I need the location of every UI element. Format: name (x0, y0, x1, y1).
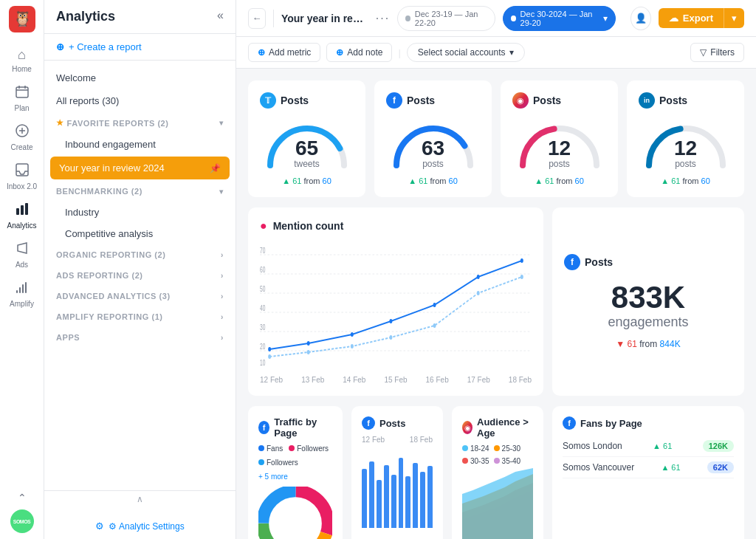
section-organic-reporting[interactable]: ORGANIC REPORTING (2) › (44, 244, 236, 265)
card-from-text: ▲ 61 from 60 (408, 176, 458, 185)
sidebar-title: Analytics (56, 9, 115, 24)
sidebar-item-amplify[interactable]: Amplify (0, 275, 44, 314)
card-header: in Posts (639, 92, 687, 109)
gauge-chart: 12 posts (515, 117, 604, 169)
date-range-1-button[interactable]: Dec 23-19 — Jan 22-20 (397, 6, 495, 31)
legend: Fans Followers Followers + 5 more (258, 444, 332, 481)
svg-text:20: 20 (260, 343, 266, 351)
mention-icon: ● (260, 219, 267, 233)
section-amplify-reporting[interactable]: AMPLIFY REPORTING (1) › (44, 306, 236, 327)
content-area: 𝕋 Posts 65 tweets ▲ 61 from 60 (236, 69, 756, 539)
card-from-text: ▲ 61 from 60 (535, 176, 584, 185)
svg-point-34 (433, 303, 436, 307)
facebook-posts-card: f Posts 63 posts ▲ 61 from 60 (374, 80, 492, 197)
chevron-down-icon: ▾ (219, 119, 224, 127)
filters-button[interactable]: ▽ Filters (690, 43, 744, 62)
section-ads-reporting[interactable]: ADS REPORTING (2) › (44, 265, 236, 286)
sidebar-item-inbox[interactable]: Inbox 2.0 (0, 157, 44, 196)
left-navigation: 🦉 ⌂ Home Plan Create Inbox 2.0 Analytics… (0, 0, 44, 539)
add-note-button[interactable]: ⊕ Add note (326, 43, 392, 62)
sidebar-item-welcome[interactable]: Welcome (44, 66, 236, 89)
nav-bottom: ⌃ SOMOS (10, 492, 34, 533)
svg-rect-14 (19, 287, 21, 293)
area-chart (462, 468, 533, 539)
sidebar-item-plan[interactable]: Plan (0, 79, 44, 118)
facebook-platform-icon: f (386, 92, 402, 109)
date-range-2-button[interactable]: Dec 30-2024 — Jan 29-20 ▾ (503, 6, 616, 31)
section-apps[interactable]: APPS › (44, 327, 236, 348)
section-advanced-analytics[interactable]: ADVANCED ANALYTICS (3) › (44, 286, 236, 306)
engagements-unit: engagements (608, 315, 688, 330)
bottom-card-title-row: f Traffic by Page (258, 416, 332, 439)
bar (427, 466, 433, 528)
svg-rect-11 (21, 205, 24, 215)
chevron-right-icon: › (221, 334, 224, 342)
export-button[interactable]: ☁ Export (659, 8, 724, 28)
fans-list: Somos London ▲ 61 126K Somos Vancouver ▲… (563, 436, 734, 478)
bar (369, 461, 374, 528)
instagram-platform-icon: ◉ (512, 92, 529, 109)
sidebar-item-ads[interactable]: Ads (0, 236, 44, 275)
ads-icon (16, 241, 29, 258)
fb-eng-card-header: f Posts (564, 254, 613, 270)
add-metric-button[interactable]: ⊕ Add metric (248, 43, 320, 62)
back-icon: ← (252, 13, 262, 24)
gauge-chart: 12 posts (642, 117, 730, 169)
create-report-button[interactable]: ⊕ + Create a report (44, 34, 236, 61)
home-icon: ⌂ (18, 47, 26, 63)
donut-chart (258, 487, 332, 539)
chevron-down-icon: ▾ (603, 13, 608, 24)
line-chart: 70 60 50 40 30 20 10 (260, 240, 532, 373)
chevron-right-icon: › (221, 313, 224, 321)
svg-point-31 (307, 341, 310, 346)
plus-icon: ⊕ (258, 47, 265, 58)
app-logo[interactable]: 🦉 (9, 6, 35, 32)
chart-x-labels: 12 Feb 13 Feb 14 Feb 15 Feb 16 Feb 17 Fe… (260, 376, 532, 384)
svg-rect-15 (22, 284, 24, 293)
sidebar-item-create[interactable]: Create (0, 118, 44, 157)
linkedin-platform-icon: in (639, 92, 655, 109)
sidebar-item-industry[interactable]: Industry (44, 202, 236, 223)
svg-text:🦉: 🦉 (13, 10, 31, 27)
svg-point-41 (433, 323, 436, 328)
sidebar-collapse-toggle[interactable]: ∧ (125, 491, 155, 507)
bar (377, 480, 382, 528)
chevron-right-icon: › (221, 272, 224, 280)
card-from-text: ▲ 61 from 60 (661, 176, 710, 185)
collapse-nav-button[interactable]: ⌃ (18, 492, 27, 504)
traffic-by-page-card: f Traffic by Page Fans Followers Followe… (248, 406, 343, 539)
analytic-settings-button[interactable]: ⚙ ⚙ Analytic Settings (83, 513, 196, 539)
select-accounts-button[interactable]: Select social accounts ▾ (407, 43, 525, 62)
bar (362, 469, 367, 528)
sidebar-collapse-button[interactable]: « (217, 9, 224, 22)
sidebar: Analytics « ⊕ + Create a report Welcome … (44, 0, 236, 539)
svg-point-40 (389, 335, 392, 340)
svg-marker-51 (462, 468, 533, 539)
section-benchmarking[interactable]: BENCHMARKING (2) ▾ (44, 181, 236, 202)
sidebar-item-year-review[interactable]: Your year in review 2024 📌 (50, 157, 230, 179)
more-options-button[interactable]: ··· (376, 12, 390, 25)
sidebar-item-all-reports[interactable]: All reports (30) (44, 89, 236, 112)
chevron-down-icon: ▾ (732, 13, 737, 24)
export-dropdown-button[interactable]: ▾ (724, 8, 744, 28)
bar (384, 465, 389, 528)
sidebar-item-competitive-analysis[interactable]: Competitive analysis (44, 223, 236, 244)
svg-point-36 (520, 258, 523, 263)
back-button[interactable]: ← (248, 8, 266, 29)
svg-point-32 (351, 332, 354, 337)
instagram-posts-card: ◉ Posts 12 posts ▲ 61 from 60 (501, 80, 618, 197)
section-favorite-reports[interactable]: ★ FAVORITE REPORTS (2) ▾ (44, 112, 236, 134)
chart-title: Mention count (273, 220, 344, 232)
twitter-posts-card: 𝕋 Posts 65 tweets ▲ 61 from 60 (248, 80, 365, 197)
export-group: ☁ Export ▾ (659, 8, 744, 28)
profile-button[interactable]: 👤 (630, 7, 650, 30)
middle-row: ● Mention count 70 60 (248, 207, 744, 396)
facebook-icon: f (258, 421, 269, 434)
svg-point-38 (307, 350, 310, 354)
sidebar-item-inbound-engagement[interactable]: Inbound engagement (44, 134, 236, 155)
chevron-right-icon: › (221, 251, 224, 259)
settings-icon: ⚙ (95, 521, 104, 532)
sidebar-item-home[interactable]: ⌂ Home (0, 41, 44, 79)
sidebar-item-analytics[interactable]: Analytics (0, 196, 44, 236)
avatar[interactable]: SOMOS (10, 509, 34, 533)
